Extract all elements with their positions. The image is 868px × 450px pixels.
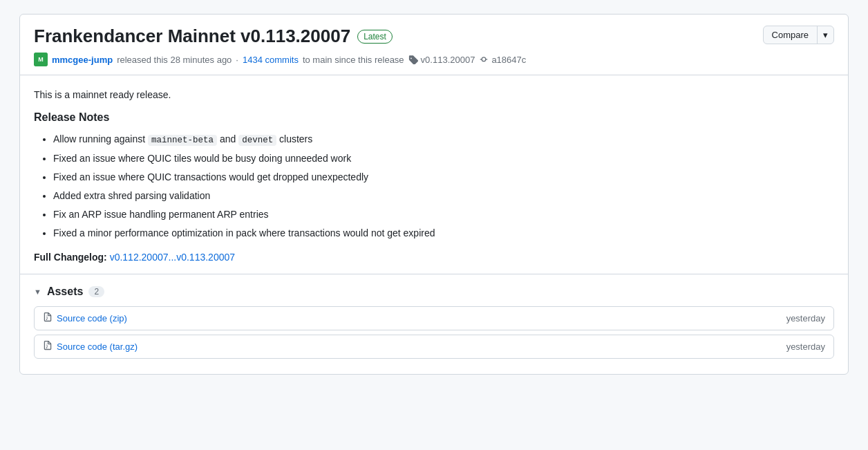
avatar: M — [34, 53, 48, 66]
commits-suffix: to main since this release — [303, 55, 404, 65]
list-item: Fix an ARP issue handling permanent ARP … — [53, 207, 834, 222]
bullet-text-5: Fix an ARP issue handling permanent ARP … — [53, 209, 269, 220]
release-body: This is a mainnet ready release. Release… — [20, 75, 848, 274]
asset-row-zip: Source code (zip) yesterday — [34, 306, 834, 330]
release-title: Frankendancer Mainnet v0.113.20007 — [34, 26, 350, 47]
author-link[interactable]: mmcgee-jump — [52, 55, 113, 65]
compare-btn-wrapper[interactable]: Compare ▾ — [763, 26, 834, 44]
zip-link[interactable]: Source code (zip) — [57, 313, 127, 324]
commits-link[interactable]: 1434 commits — [243, 55, 299, 65]
bullet-text-4: Added extra shred parsing validation — [53, 190, 210, 201]
list-item: Fixed an issue where QUIC transactions w… — [53, 170, 834, 185]
compare-button[interactable]: Compare ▾ — [763, 26, 834, 44]
asset-row-targz: Source code (tar.gz) yesterday — [34, 335, 834, 359]
targz-file-icon — [43, 341, 53, 353]
svg-text:M: M — [38, 56, 44, 63]
bullet-text-6: Fixed a minor performance optimization i… — [53, 227, 435, 238]
changelog-line: Full Changelog: v0.112.20007...v0.113.20… — [34, 252, 834, 263]
release-notes-heading: Release Notes — [34, 111, 834, 124]
meta-dot: · — [236, 55, 238, 65]
zip-date: yesterday — [786, 313, 825, 324]
asset-left-zip: Source code (zip) — [43, 312, 127, 324]
release-meta: M mmcgee-jump released this 28 minutes a… — [34, 53, 526, 66]
bullet-text-3: Fixed an issue where QUIC transactions w… — [53, 171, 368, 182]
assets-count: 2 — [88, 286, 104, 297]
code-mainnet-beta: mainnet-beta — [148, 135, 217, 146]
released-ago: released this 28 minutes ago — [117, 55, 232, 65]
assets-header[interactable]: ▼ Assets 2 — [34, 285, 834, 298]
release-container: Frankendancer Mainnet v0.113.20007 Lates… — [19, 14, 849, 375]
tag-ref: v0.113.20007 — [408, 55, 475, 65]
release-header-left: Frankendancer Mainnet v0.113.20007 Lates… — [34, 26, 526, 66]
list-item: Added extra shred parsing validation — [53, 189, 834, 203]
code-devnet: devnet — [238, 135, 276, 146]
changelog-link[interactable]: v0.112.20007...v0.113.20007 — [110, 252, 235, 263]
intro-text: This is a mainnet ready release. — [34, 89, 834, 100]
assets-title: Assets — [47, 285, 83, 298]
release-notes-list: Allow running against mainnet-beta and d… — [34, 132, 834, 241]
list-item: Fixed an issue where QUIC tiles would be… — [53, 151, 834, 166]
targz-date: yesterday — [786, 341, 825, 352]
release-title-row: Frankendancer Mainnet v0.113.20007 Lates… — [34, 26, 526, 47]
release-header: Frankendancer Mainnet v0.113.20007 Lates… — [20, 15, 848, 75]
asset-left-targz: Source code (tar.gz) — [43, 341, 138, 353]
zip-file-icon — [43, 312, 53, 324]
latest-badge: Latest — [357, 30, 393, 44]
bullet-text: Allow running against — [53, 133, 148, 144]
commit-icon — [479, 55, 489, 64]
compare-label: Compare — [764, 26, 818, 44]
compare-arrow-icon: ▾ — [818, 26, 833, 44]
list-item: Fixed a minor performance optimization i… — [53, 226, 834, 241]
changelog-label: Full Changelog: — [34, 252, 107, 263]
tag-icon — [408, 55, 418, 64]
assets-triangle-icon: ▼ — [34, 288, 41, 296]
list-item: Allow running against mainnet-beta and d… — [53, 132, 834, 147]
assets-section: ▼ Assets 2 Source code (zip) yesterday — [20, 274, 848, 374]
bullet-text-2: Fixed an issue where QUIC tiles would be… — [53, 153, 351, 164]
commit-ref: a18647c — [479, 55, 526, 65]
targz-link[interactable]: Source code (tar.gz) — [57, 341, 138, 352]
